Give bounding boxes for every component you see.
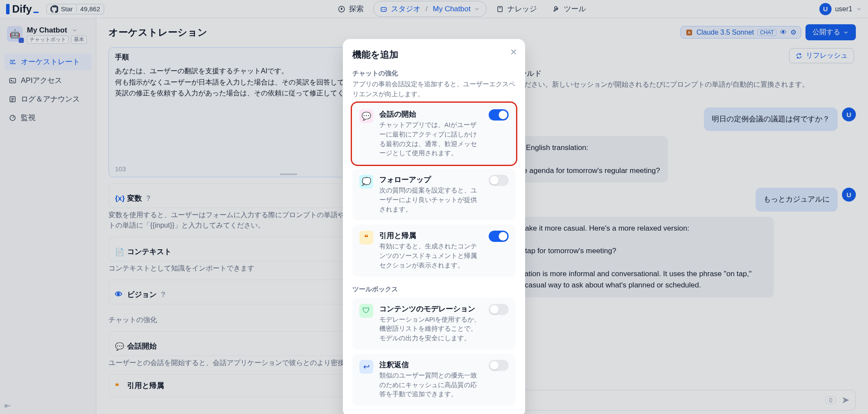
feature-conversation-opener[interactable]: 💬 会話の開始 チャットアプリでは、AIがユーザーに最初にアクティブに話しかける… <box>352 103 516 164</box>
feature-followup[interactable]: 💭 フォローアップ 次の質問の提案を設定すると、ユーザーにより良いチャットが提供… <box>352 169 516 220</box>
quote-icon: ❝ <box>359 231 373 244</box>
feature-citation[interactable]: ❝ 引用と帰属 有効にすると、生成されたコンテンツのソースドキュメントと帰属セク… <box>352 225 516 276</box>
chat-bubble-icon: 💬 <box>359 109 373 123</box>
toggle-opener[interactable] <box>489 109 509 121</box>
modal-title: 機能を追加 <box>352 49 516 61</box>
toggle-moderation[interactable] <box>489 304 509 315</box>
annotation-icon: ↩ <box>359 360 373 374</box>
add-features-modal: 機能を追加 ✕ チャットの強化 アプリの事前会話設定を追加すると、ユーザーエクス… <box>343 39 525 414</box>
modal-section-toolbox: ツールボックス <box>352 285 516 293</box>
close-icon[interactable]: ✕ <box>510 47 517 57</box>
toggle-citation[interactable] <box>489 231 509 242</box>
feature-annotation[interactable]: ↩ 注釈返信 類似のユーザー質問との優先一致のためにキャッシュに高品質の応答を手… <box>352 354 516 405</box>
feature-moderation[interactable]: 🛡 コンテンツのモデレーション モデレーションAPIを使用するか、機密語リストを… <box>352 298 516 349</box>
toggle-annotation[interactable] <box>489 360 509 371</box>
modal-section-chat: チャットの強化 <box>352 69 516 78</box>
followup-icon: 💭 <box>359 175 373 189</box>
shield-icon: 🛡 <box>359 304 373 318</box>
toggle-followup[interactable] <box>489 175 509 186</box>
modal-section-chat-desc: アプリの事前会話設定を追加すると、ユーザーエクスペリエンスが向上します。 <box>352 79 516 99</box>
